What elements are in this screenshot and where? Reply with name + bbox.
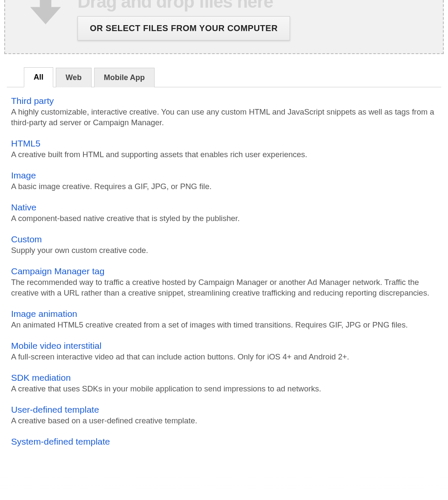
- select-files-button[interactable]: OR SELECT FILES FROM YOUR COMPUTER: [78, 16, 290, 40]
- list-item: Campaign Manager tag The recommended way…: [11, 266, 437, 299]
- creative-link-native[interactable]: Native: [11, 202, 37, 213]
- list-item: Image animation An animated HTML5 creati…: [11, 309, 437, 330]
- creative-link-custom[interactable]: Custom: [11, 234, 42, 244]
- creative-link-image-animation[interactable]: Image animation: [11, 309, 77, 319]
- list-item: SDK mediation A creative that uses SDKs …: [11, 373, 437, 394]
- list-item: Third party A highly customizable, inter…: [11, 96, 437, 128]
- creative-link-mobile-video-interstitial[interactable]: Mobile video interstitial: [11, 341, 101, 351]
- creative-link-user-defined-template[interactable]: User-defined template: [11, 405, 99, 415]
- creative-link-image[interactable]: Image: [11, 170, 36, 181]
- tabs-container: All Web Mobile App Third party A highly …: [7, 67, 441, 448]
- creative-link-sdk-mediation[interactable]: SDK mediation: [11, 373, 71, 383]
- list-item: User-defined template A creative based o…: [11, 405, 437, 426]
- creative-desc: A full-screen interactive video ad that …: [11, 352, 437, 362]
- list-item: System-defined template: [11, 437, 437, 448]
- creative-desc: A component-based native creative that i…: [11, 213, 437, 224]
- creative-desc: A basic image creative. Requires a GIF, …: [11, 181, 437, 192]
- dropzone-heading: Drag and drop files here: [78, 0, 434, 12]
- list-item: Image A basic image creative. Requires a…: [11, 170, 437, 192]
- download-arrow-icon: [26, 0, 65, 34]
- list-item: HTML5 A creative built from HTML and sup…: [11, 138, 437, 160]
- creative-desc: A creative built from HTML and supportin…: [11, 149, 437, 160]
- creative-desc: A creative based on a user-defined creat…: [11, 416, 437, 426]
- tab-web[interactable]: Web: [56, 68, 92, 87]
- creative-desc: A highly customizable, interactive creat…: [11, 107, 437, 128]
- list-item: Custom Supply your own custom creative c…: [11, 234, 437, 256]
- list-item: Native A component-based native creative…: [11, 202, 437, 224]
- tab-mobile-app[interactable]: Mobile App: [94, 68, 155, 87]
- creative-desc: A creative that uses SDKs in your mobile…: [11, 384, 437, 394]
- dropzone-text-area: Drag and drop files here OR SELECT FILES…: [78, 0, 434, 40]
- tabs-bar: All Web Mobile App: [7, 67, 441, 87]
- creative-desc: The recommended way to traffic a creativ…: [11, 277, 437, 299]
- creative-link-system-defined-template[interactable]: System-defined template: [11, 437, 110, 447]
- creative-link-html5[interactable]: HTML5: [11, 138, 40, 149]
- creative-link-third-party[interactable]: Third party: [11, 96, 54, 106]
- creative-desc: An animated HTML5 creative created from …: [11, 320, 437, 330]
- list-item: Mobile video interstitial A full-screen …: [11, 341, 437, 362]
- creative-desc: Supply your own custom creative code.: [11, 245, 437, 256]
- creative-link-campaign-manager-tag[interactable]: Campaign Manager tag: [11, 266, 104, 276]
- tab-all[interactable]: All: [24, 67, 53, 87]
- file-dropzone[interactable]: Drag and drop files here OR SELECT FILES…: [4, 0, 444, 54]
- creative-type-list: Third party A highly customizable, inter…: [7, 87, 441, 448]
